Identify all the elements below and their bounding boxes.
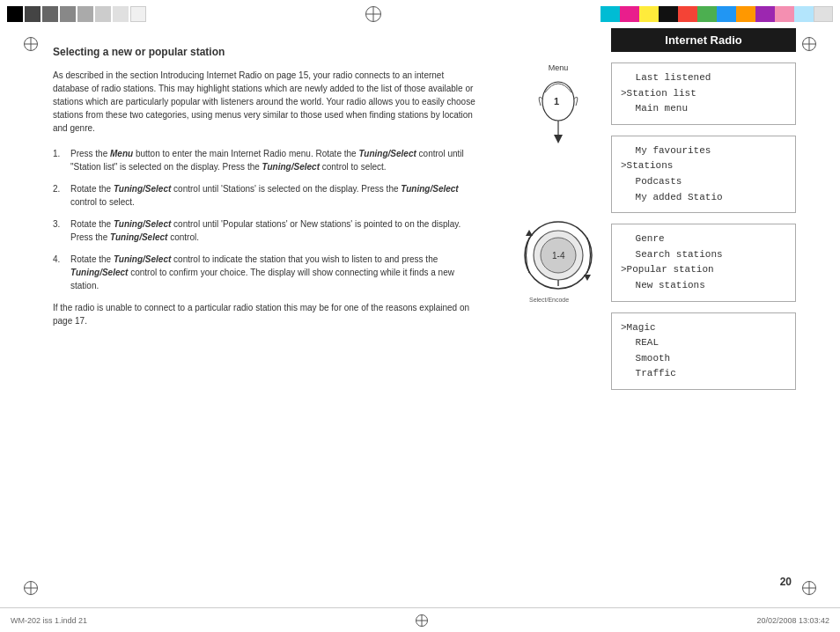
reg-mark-tl (22, 35, 40, 53)
swatch-gray6 (113, 6, 129, 22)
step-4: 4. Rotate the Tuning/Select control to i… (53, 253, 479, 292)
step-4-tuning-bold2: Tuning/Select (70, 268, 128, 277)
display-line-4-4: Traffic (621, 366, 786, 382)
step-1-menu-bold: Menu (110, 149, 133, 158)
swatch-pink (775, 6, 794, 22)
swatch-gray4 (77, 6, 93, 22)
knob-svg: 1-4 Select/Encode (519, 207, 598, 312)
svg-text:Select/Encode: Select/Encode (529, 297, 569, 303)
swatch-ltgray (814, 6, 833, 22)
intro-text: As described in the section Introducing … (53, 69, 479, 135)
color-swatches-left (7, 6, 146, 22)
reg-mark-tr (800, 35, 818, 53)
step-3-text: Rotate the Tuning/Select control until '… (70, 217, 479, 244)
swatch-gray7 (130, 6, 146, 22)
step-2-num: 2. (53, 182, 65, 209)
step-1-num: 1. (53, 147, 65, 173)
display-line-1-2: >Station list (621, 86, 786, 102)
display-line-3-4: New stations (621, 278, 786, 294)
section-title: Selecting a new or popular station (53, 46, 479, 58)
swatch-black2 (659, 6, 678, 22)
display-line-2-2: >Stations (621, 158, 786, 174)
footer-note: If the radio is unable to connect to a p… (53, 301, 479, 327)
svg-text:1-4: 1-4 (552, 251, 565, 261)
reg-mark-br (800, 579, 818, 597)
svg-marker-8 (584, 275, 591, 281)
page-number: 20 (780, 576, 792, 588)
display-box-3: Genre Search stations >Popular station N… (611, 224, 796, 301)
reg-mark-bl (22, 579, 40, 597)
display-line-4-1: >Magic (621, 320, 786, 336)
display-line-4-2: REAL (621, 335, 786, 351)
right-panel: Internet Radio Last listened >Station li… (611, 28, 796, 588)
step-1-text: Press the Menu button to enter the main … (70, 147, 479, 173)
display-line-3-1: Genre (621, 231, 786, 247)
step-4-num: 4. (53, 253, 65, 292)
color-swatches-right (601, 6, 833, 22)
menu-diagram-area: Menu 1 (527, 63, 589, 172)
footer-left: WM-202 iss 1.indd 21 (11, 616, 87, 625)
middle-column: Menu 1 (505, 28, 611, 588)
swatch-green (697, 6, 717, 22)
svg-marker-3 (554, 135, 563, 143)
internet-radio-header: Internet Radio (611, 28, 796, 52)
swatch-ltblue (794, 6, 814, 22)
swatch-gray3 (60, 6, 76, 22)
step-3-tuning-bold: Tuning/Select (114, 219, 171, 229)
swatch-purple (755, 6, 775, 22)
svg-text:1: 1 (554, 96, 559, 107)
display-line-2-3: Podcasts (621, 174, 786, 190)
step-4-tuning-bold: Tuning/Select (114, 254, 171, 264)
step-3: 3. Rotate the Tuning/Select control unti… (53, 217, 479, 244)
menu-button-svg: 1 (527, 75, 589, 172)
display-line-1-1: Last listened (621, 70, 786, 86)
swatch-gray5 (95, 6, 111, 22)
swatch-magenta (620, 6, 639, 22)
step-2: 2. Rotate the Tuning/Select control unti… (53, 182, 479, 209)
step-4-text: Rotate the Tuning/Select control to indi… (70, 253, 479, 292)
steps-list: 1. Press the Menu button to enter the ma… (53, 147, 479, 292)
svg-marker-7 (526, 230, 533, 236)
knob-diagram-area: 1-4 Select/Encode (519, 207, 598, 314)
swatch-yellow (639, 6, 659, 22)
display-line-2-1: My favourites (621, 143, 786, 159)
step-2-tuning-bold2: Tuning/Select (401, 184, 458, 194)
display-line-2-4: My added Statio (621, 190, 786, 206)
left-column: Selecting a new or popular station As de… (44, 28, 505, 588)
display-line-1-3: Main menu (621, 101, 786, 117)
bottom-bar: WM-202 iss 1.indd 21 20/02/2008 13:03:42 (0, 607, 840, 632)
step-2-text: Rotate the Tuning/Select control until '… (70, 182, 479, 209)
swatch-gray2 (42, 6, 58, 22)
step-3-tuning-bold2: Tuning/Select (110, 232, 167, 242)
crosshair-bottom (416, 614, 428, 627)
swatch-blue (717, 6, 736, 22)
display-box-1: Last listened >Station list Main menu (611, 62, 796, 125)
step-1-tuning-bold2: Tuning/Select (262, 162, 320, 172)
menu-label: Menu (549, 63, 569, 72)
display-box-2: My favourites >Stations Podcasts My adde… (611, 136, 796, 213)
display-line-3-3: >Popular station (621, 262, 786, 278)
crosshair-top (365, 6, 381, 22)
swatch-cyan (601, 6, 620, 22)
display-line-4-3: Smooth (621, 351, 786, 367)
step-2-tuning-bold: Tuning/Select (114, 184, 171, 194)
swatch-gray1 (25, 6, 41, 22)
swatch-orange (736, 6, 755, 22)
page-content: Selecting a new or popular station As de… (44, 28, 796, 588)
swatch-red (678, 6, 697, 22)
step-1: 1. Press the Menu button to enter the ma… (53, 147, 479, 173)
footer-right: 20/02/2008 13:03:42 (756, 616, 829, 625)
swatch-black (7, 6, 23, 22)
top-bar (0, 0, 840, 28)
step-1-tuning-bold: Tuning/Select (358, 149, 416, 158)
step-3-num: 3. (53, 217, 65, 244)
display-box-4: >Magic REAL Smooth Traffic (611, 312, 796, 390)
display-line-3-2: Search stations (621, 247, 786, 263)
